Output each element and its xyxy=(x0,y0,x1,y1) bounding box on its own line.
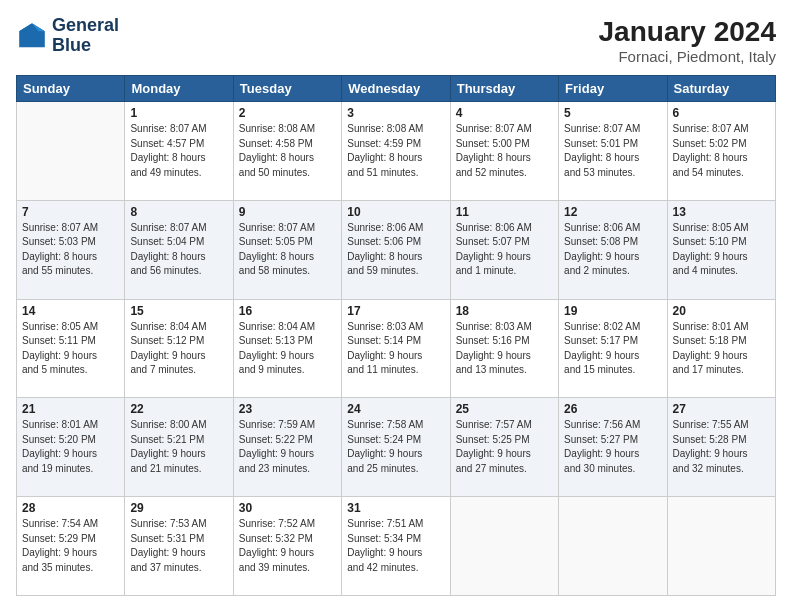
day-number: 11 xyxy=(456,205,553,219)
title-block: January 2024 Fornaci, Piedmont, Italy xyxy=(599,16,776,65)
day-number: 7 xyxy=(22,205,119,219)
calendar-week-row: 28Sunrise: 7:54 AM Sunset: 5:29 PM Dayli… xyxy=(17,497,776,596)
day-info: Sunrise: 8:07 AM Sunset: 4:57 PM Dayligh… xyxy=(130,122,227,180)
calendar-cell: 2Sunrise: 8:08 AM Sunset: 4:58 PM Daylig… xyxy=(233,102,341,201)
day-number: 4 xyxy=(456,106,553,120)
subtitle: Fornaci, Piedmont, Italy xyxy=(599,48,776,65)
day-info: Sunrise: 8:03 AM Sunset: 5:16 PM Dayligh… xyxy=(456,320,553,378)
logo-icon xyxy=(16,20,48,52)
calendar-week-row: 1Sunrise: 8:07 AM Sunset: 4:57 PM Daylig… xyxy=(17,102,776,201)
calendar-cell: 22Sunrise: 8:00 AM Sunset: 5:21 PM Dayli… xyxy=(125,398,233,497)
weekday-header-friday: Friday xyxy=(559,76,667,102)
day-info: Sunrise: 7:56 AM Sunset: 5:27 PM Dayligh… xyxy=(564,418,661,476)
day-info: Sunrise: 7:58 AM Sunset: 5:24 PM Dayligh… xyxy=(347,418,444,476)
calendar-cell: 14Sunrise: 8:05 AM Sunset: 5:11 PM Dayli… xyxy=(17,299,125,398)
calendar-cell: 21Sunrise: 8:01 AM Sunset: 5:20 PM Dayli… xyxy=(17,398,125,497)
day-number: 15 xyxy=(130,304,227,318)
calendar-cell: 13Sunrise: 8:05 AM Sunset: 5:10 PM Dayli… xyxy=(667,200,775,299)
day-number: 25 xyxy=(456,402,553,416)
day-number: 21 xyxy=(22,402,119,416)
day-info: Sunrise: 8:04 AM Sunset: 5:12 PM Dayligh… xyxy=(130,320,227,378)
day-info: Sunrise: 7:52 AM Sunset: 5:32 PM Dayligh… xyxy=(239,517,336,575)
day-info: Sunrise: 8:07 AM Sunset: 5:01 PM Dayligh… xyxy=(564,122,661,180)
day-info: Sunrise: 8:03 AM Sunset: 5:14 PM Dayligh… xyxy=(347,320,444,378)
weekday-header-monday: Monday xyxy=(125,76,233,102)
day-info: Sunrise: 8:07 AM Sunset: 5:04 PM Dayligh… xyxy=(130,221,227,279)
weekday-header-sunday: Sunday xyxy=(17,76,125,102)
day-info: Sunrise: 8:08 AM Sunset: 4:58 PM Dayligh… xyxy=(239,122,336,180)
calendar-cell: 26Sunrise: 7:56 AM Sunset: 5:27 PM Dayli… xyxy=(559,398,667,497)
header: General Blue January 2024 Fornaci, Piedm… xyxy=(16,16,776,65)
day-info: Sunrise: 8:07 AM Sunset: 5:02 PM Dayligh… xyxy=(673,122,770,180)
calendar-cell: 11Sunrise: 8:06 AM Sunset: 5:07 PM Dayli… xyxy=(450,200,558,299)
day-info: Sunrise: 7:53 AM Sunset: 5:31 PM Dayligh… xyxy=(130,517,227,575)
day-info: Sunrise: 8:07 AM Sunset: 5:00 PM Dayligh… xyxy=(456,122,553,180)
day-number: 22 xyxy=(130,402,227,416)
day-number: 20 xyxy=(673,304,770,318)
calendar-body: 1Sunrise: 8:07 AM Sunset: 4:57 PM Daylig… xyxy=(17,102,776,596)
day-number: 27 xyxy=(673,402,770,416)
day-info: Sunrise: 8:08 AM Sunset: 4:59 PM Dayligh… xyxy=(347,122,444,180)
calendar-cell: 3Sunrise: 8:08 AM Sunset: 4:59 PM Daylig… xyxy=(342,102,450,201)
weekday-header-tuesday: Tuesday xyxy=(233,76,341,102)
day-number: 14 xyxy=(22,304,119,318)
day-info: Sunrise: 7:54 AM Sunset: 5:29 PM Dayligh… xyxy=(22,517,119,575)
logo-text: General Blue xyxy=(52,16,119,56)
calendar-week-row: 7Sunrise: 8:07 AM Sunset: 5:03 PM Daylig… xyxy=(17,200,776,299)
day-number: 28 xyxy=(22,501,119,515)
calendar-cell: 29Sunrise: 7:53 AM Sunset: 5:31 PM Dayli… xyxy=(125,497,233,596)
calendar-cell: 23Sunrise: 7:59 AM Sunset: 5:22 PM Dayli… xyxy=(233,398,341,497)
calendar-cell: 30Sunrise: 7:52 AM Sunset: 5:32 PM Dayli… xyxy=(233,497,341,596)
day-number: 16 xyxy=(239,304,336,318)
calendar-cell: 9Sunrise: 8:07 AM Sunset: 5:05 PM Daylig… xyxy=(233,200,341,299)
calendar-cell xyxy=(559,497,667,596)
calendar-cell: 19Sunrise: 8:02 AM Sunset: 5:17 PM Dayli… xyxy=(559,299,667,398)
calendar-cell xyxy=(667,497,775,596)
day-info: Sunrise: 8:01 AM Sunset: 5:20 PM Dayligh… xyxy=(22,418,119,476)
main-title: January 2024 xyxy=(599,16,776,48)
weekday-header-wednesday: Wednesday xyxy=(342,76,450,102)
day-number: 31 xyxy=(347,501,444,515)
day-info: Sunrise: 7:51 AM Sunset: 5:34 PM Dayligh… xyxy=(347,517,444,575)
calendar-cell xyxy=(17,102,125,201)
calendar-header-row: SundayMondayTuesdayWednesdayThursdayFrid… xyxy=(17,76,776,102)
calendar-cell: 8Sunrise: 8:07 AM Sunset: 5:04 PM Daylig… xyxy=(125,200,233,299)
calendar-cell: 18Sunrise: 8:03 AM Sunset: 5:16 PM Dayli… xyxy=(450,299,558,398)
day-info: Sunrise: 8:06 AM Sunset: 5:07 PM Dayligh… xyxy=(456,221,553,279)
calendar-week-row: 14Sunrise: 8:05 AM Sunset: 5:11 PM Dayli… xyxy=(17,299,776,398)
day-number: 1 xyxy=(130,106,227,120)
calendar-table: SundayMondayTuesdayWednesdayThursdayFrid… xyxy=(16,75,776,596)
day-number: 23 xyxy=(239,402,336,416)
day-info: Sunrise: 8:02 AM Sunset: 5:17 PM Dayligh… xyxy=(564,320,661,378)
day-info: Sunrise: 7:55 AM Sunset: 5:28 PM Dayligh… xyxy=(673,418,770,476)
page: General Blue January 2024 Fornaci, Piedm… xyxy=(0,0,792,612)
svg-marker-0 xyxy=(19,23,45,47)
day-number: 10 xyxy=(347,205,444,219)
calendar-cell: 7Sunrise: 8:07 AM Sunset: 5:03 PM Daylig… xyxy=(17,200,125,299)
weekday-header-thursday: Thursday xyxy=(450,76,558,102)
day-number: 8 xyxy=(130,205,227,219)
day-info: Sunrise: 8:07 AM Sunset: 5:03 PM Dayligh… xyxy=(22,221,119,279)
weekday-header-saturday: Saturday xyxy=(667,76,775,102)
calendar-cell: 1Sunrise: 8:07 AM Sunset: 4:57 PM Daylig… xyxy=(125,102,233,201)
day-number: 24 xyxy=(347,402,444,416)
day-info: Sunrise: 7:57 AM Sunset: 5:25 PM Dayligh… xyxy=(456,418,553,476)
day-number: 19 xyxy=(564,304,661,318)
calendar-cell: 16Sunrise: 8:04 AM Sunset: 5:13 PM Dayli… xyxy=(233,299,341,398)
calendar-cell: 31Sunrise: 7:51 AM Sunset: 5:34 PM Dayli… xyxy=(342,497,450,596)
day-number: 5 xyxy=(564,106,661,120)
logo: General Blue xyxy=(16,16,119,56)
day-number: 26 xyxy=(564,402,661,416)
day-info: Sunrise: 7:59 AM Sunset: 5:22 PM Dayligh… xyxy=(239,418,336,476)
calendar-cell: 17Sunrise: 8:03 AM Sunset: 5:14 PM Dayli… xyxy=(342,299,450,398)
day-number: 12 xyxy=(564,205,661,219)
calendar-cell: 20Sunrise: 8:01 AM Sunset: 5:18 PM Dayli… xyxy=(667,299,775,398)
calendar-cell: 5Sunrise: 8:07 AM Sunset: 5:01 PM Daylig… xyxy=(559,102,667,201)
day-number: 18 xyxy=(456,304,553,318)
day-info: Sunrise: 8:05 AM Sunset: 5:11 PM Dayligh… xyxy=(22,320,119,378)
day-number: 29 xyxy=(130,501,227,515)
calendar-cell: 12Sunrise: 8:06 AM Sunset: 5:08 PM Dayli… xyxy=(559,200,667,299)
calendar-cell: 24Sunrise: 7:58 AM Sunset: 5:24 PM Dayli… xyxy=(342,398,450,497)
day-info: Sunrise: 8:01 AM Sunset: 5:18 PM Dayligh… xyxy=(673,320,770,378)
day-number: 9 xyxy=(239,205,336,219)
